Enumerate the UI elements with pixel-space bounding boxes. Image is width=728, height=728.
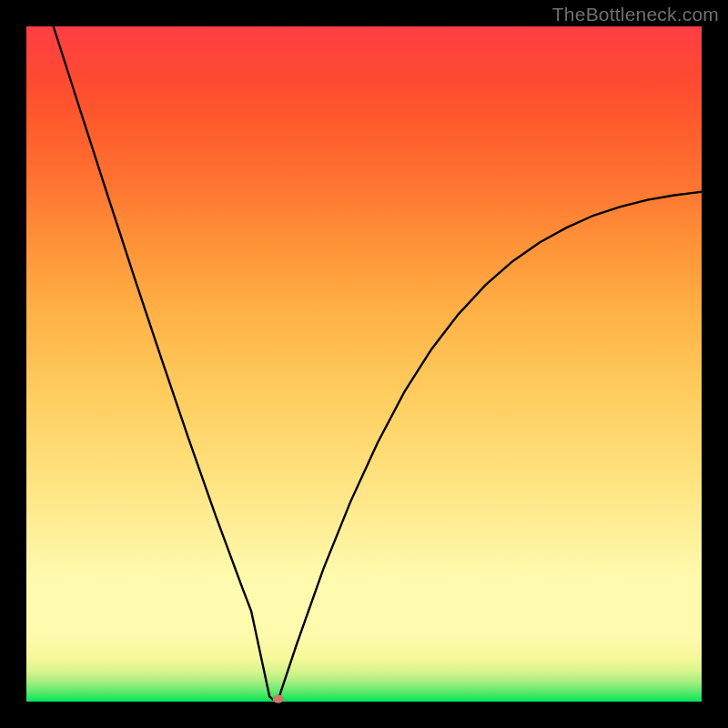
- chart-svg: [26, 26, 702, 702]
- bottleneck-curve: [54, 26, 702, 700]
- attribution-text: TheBottleneck.com: [552, 4, 719, 25]
- plot-area: [26, 26, 702, 702]
- optimal-point-marker: [273, 694, 284, 703]
